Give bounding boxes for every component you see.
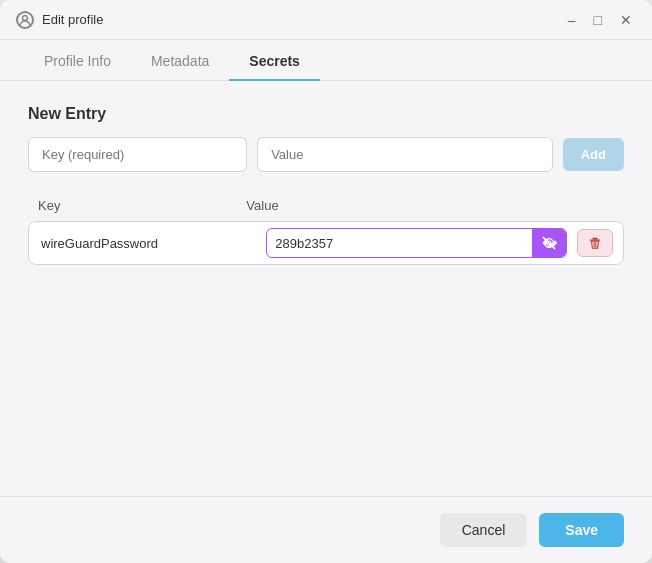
entry-value-input[interactable] (267, 230, 532, 257)
col-value-header: Value (246, 198, 524, 213)
svg-point-0 (23, 15, 28, 20)
window-controls: – □ ✕ (564, 10, 636, 30)
save-button[interactable]: Save (539, 513, 624, 547)
col-key-header: Key (38, 198, 236, 213)
titlebar: Edit profile – □ ✕ (0, 0, 652, 40)
new-entry-title: New Entry (28, 105, 624, 123)
footer: Cancel Save (0, 496, 652, 563)
window-title: Edit profile (42, 12, 556, 27)
svg-rect-3 (590, 240, 601, 241)
new-entry-value-input[interactable] (257, 137, 553, 172)
trash-icon (588, 236, 602, 250)
close-button[interactable]: ✕ (616, 10, 636, 30)
maximize-button[interactable]: □ (590, 10, 606, 30)
col-actions-header (534, 198, 614, 213)
table-header: Key Value (28, 194, 624, 221)
tab-profile-info[interactable]: Profile Info (24, 41, 131, 81)
new-entry-key-input[interactable] (28, 137, 247, 172)
eye-slash-icon (541, 235, 557, 251)
entry-value-wrapper (266, 228, 567, 258)
tab-metadata[interactable]: Metadata (131, 41, 229, 81)
new-entry-row: Add (28, 137, 624, 172)
tab-secrets[interactable]: Secrets (229, 41, 320, 81)
edit-profile-window: Edit profile – □ ✕ Profile Info Metadata… (0, 0, 652, 563)
add-button[interactable]: Add (563, 138, 624, 171)
minimize-button[interactable]: – (564, 10, 580, 30)
table-row (28, 221, 624, 265)
toggle-visibility-button[interactable] (532, 229, 566, 257)
app-icon (16, 11, 34, 29)
tabs-bar: Profile Info Metadata Secrets (0, 40, 652, 81)
entry-key-input[interactable] (39, 232, 256, 255)
cancel-button[interactable]: Cancel (440, 513, 528, 547)
delete-button[interactable] (577, 229, 613, 257)
main-content: New Entry Add Key Value (0, 81, 652, 496)
